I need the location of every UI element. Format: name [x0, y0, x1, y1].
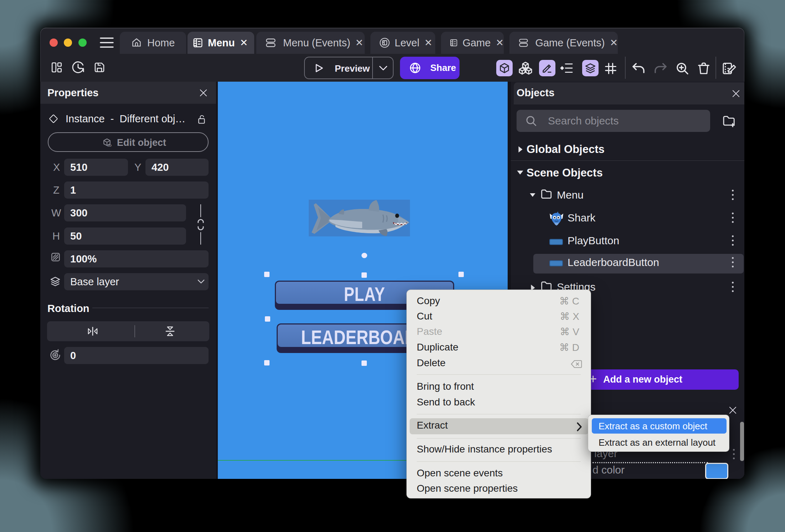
svg-text:2D: 2D [107, 144, 112, 147]
